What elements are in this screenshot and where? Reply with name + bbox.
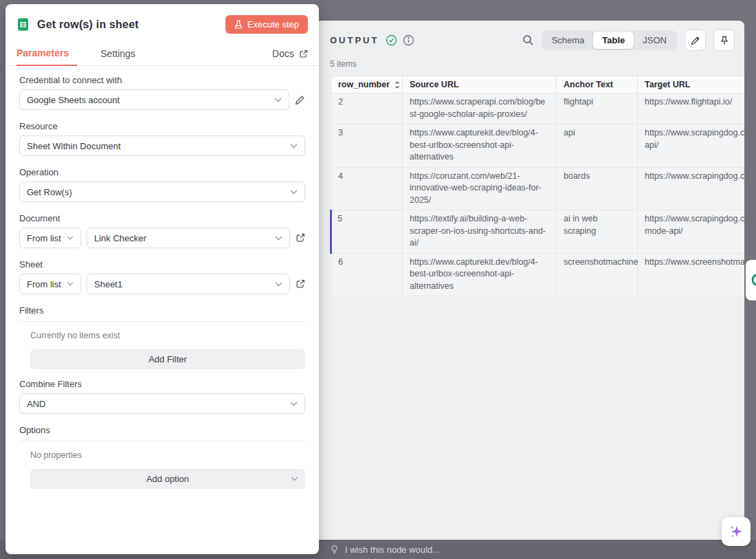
credential-label: Credential to connect with xyxy=(19,75,305,85)
chevron-down-icon xyxy=(290,402,298,406)
execute-step-button[interactable]: Execute step xyxy=(225,15,308,34)
wish-text: I wish this node would... xyxy=(345,545,440,555)
google-sheets-icon xyxy=(16,18,30,31)
table-row[interactable]: 4https://coruzant.com/web/21-innovative-… xyxy=(331,167,745,210)
resource-select[interactable]: Sheet Within Document xyxy=(19,135,305,156)
column-header-row-number: row_number xyxy=(331,76,403,94)
chevron-down-icon xyxy=(291,476,298,481)
view-switcher: SchemaTableJSON xyxy=(542,30,677,50)
view-tab-table[interactable]: Table xyxy=(593,32,634,49)
pin-data-button[interactable] xyxy=(713,30,735,51)
table-header-row: row_numberSource URLAnchor TextTarget UR… xyxy=(331,76,745,94)
chevron-down-icon xyxy=(275,282,282,287)
cell-row-number: 2 xyxy=(331,94,403,124)
chevron-down-icon xyxy=(290,190,298,195)
tab-parameters[interactable]: Parameters xyxy=(16,42,77,66)
output-panel: OUTPUT SchemaTableJSON xyxy=(316,21,744,540)
credential-select[interactable]: Google Sheets account xyxy=(19,89,289,110)
external-link-icon xyxy=(296,279,305,289)
info-icon[interactable] xyxy=(403,34,414,46)
tab-settings[interactable]: Settings xyxy=(100,43,135,65)
cell-anchor-text: boards xyxy=(557,167,638,210)
column-header-anchor-text: Anchor Text xyxy=(557,76,638,94)
node-detail-panel: Get row(s) in sheet Execute step Paramet… xyxy=(5,4,319,554)
node-icon xyxy=(748,272,756,287)
pencil-icon xyxy=(691,36,700,45)
edit-credential-icon[interactable] xyxy=(295,95,305,105)
cell-source-url: https://www.scraperapi.com/blog/best-goo… xyxy=(403,94,557,124)
open-document-icon[interactable] xyxy=(296,233,305,243)
cell-target-url: https://www.screenshotmachine.com/ xyxy=(638,253,745,296)
cell-source-url: https://textify.ai/building-a-web-scrape… xyxy=(403,210,557,254)
items-count: 5 items xyxy=(330,59,744,69)
ai-assistant-button[interactable] xyxy=(722,517,751,546)
cell-source-url: https://www.capturekit.dev/blog/4-best-u… xyxy=(403,124,557,168)
cell-target-url: https://www.scrapingdog.com/ xyxy=(638,167,745,210)
pin-icon xyxy=(720,36,729,45)
filters-section-label: Filters xyxy=(19,305,305,322)
options-section-label: Options xyxy=(19,425,305,441)
sheet-select[interactable]: Sheet1 xyxy=(87,274,290,294)
chevron-down-icon xyxy=(274,98,282,102)
column-header-source-url: Source URL xyxy=(403,76,557,94)
cell-row-number: 6 xyxy=(331,253,403,296)
cell-anchor-text: flightapi xyxy=(557,94,638,124)
cell-row-number: 5 xyxy=(331,210,403,254)
operation-label: Operation xyxy=(19,167,305,177)
document-select[interactable]: Link Checker xyxy=(87,228,290,248)
combine-filters-label: Combine Filters xyxy=(19,379,305,389)
resource-label: Resource xyxy=(19,121,305,131)
filters-empty-text: Currently no items exist xyxy=(30,331,305,340)
output-title: OUTPUT xyxy=(330,35,379,45)
table-row[interactable]: 3https://www.capturekit.dev/blog/4-best-… xyxy=(331,124,745,168)
external-link-icon xyxy=(299,50,308,58)
chevron-down-icon xyxy=(290,144,298,149)
view-tab-schema[interactable]: Schema xyxy=(543,32,594,49)
open-sheet-icon[interactable] xyxy=(296,279,305,289)
document-mode-select[interactable]: From list xyxy=(19,228,81,248)
pencil-icon xyxy=(295,95,305,105)
node-title: Get row(s) in sheet xyxy=(37,19,218,31)
operation-select[interactable]: Get Row(s) xyxy=(19,182,305,202)
cell-anchor-text: api xyxy=(557,124,638,168)
table-row[interactable]: 5https://textify.ai/building-a-web-scrap… xyxy=(331,210,745,254)
chevron-down-icon xyxy=(67,236,74,240)
cell-source-url: https://coruzant.com/web/21-innovative-w… xyxy=(403,167,557,210)
add-option-button[interactable]: Add option xyxy=(30,469,305,489)
sheet-label: Sheet xyxy=(19,259,305,270)
cell-anchor-text: ai in web scraping xyxy=(557,210,638,254)
edit-output-button[interactable] xyxy=(685,30,706,51)
output-header: OUTPUT SchemaTableJSON xyxy=(316,21,744,51)
combine-filters-select[interactable]: AND xyxy=(19,393,305,414)
options-empty-text: No properties xyxy=(30,450,305,460)
settings-tabs: Parameters Settings Docs xyxy=(5,42,319,66)
parameters-form: Credential to connect with Google Sheets… xyxy=(5,66,319,554)
output-table: row_numberSource URLAnchor TextTarget UR… xyxy=(330,76,744,296)
cell-row-number: 4 xyxy=(331,167,403,210)
sort-icon[interactable] xyxy=(394,81,401,89)
external-link-icon xyxy=(296,233,305,243)
table-row[interactable]: 2https://www.scraperapi.com/blog/best-go… xyxy=(331,94,745,124)
canvas-node-fragment[interactable] xyxy=(746,260,756,300)
lightbulb-icon xyxy=(330,545,339,555)
success-check-icon xyxy=(386,34,397,46)
cell-source-url: https://www.capturekit.dev/blog/4-best-u… xyxy=(403,253,557,296)
view-tab-json[interactable]: JSON xyxy=(634,32,676,49)
cell-row-number: 3 xyxy=(331,124,403,168)
table-row[interactable]: 6https://www.capturekit.dev/blog/4-best-… xyxy=(331,253,745,296)
chevron-down-icon xyxy=(275,236,282,241)
sheet-mode-select[interactable]: From list xyxy=(19,274,81,294)
docs-link[interactable]: Docs xyxy=(272,48,308,65)
add-filter-button[interactable]: Add Filter xyxy=(30,349,305,369)
document-label: Document xyxy=(19,213,305,223)
sparkles-icon xyxy=(728,523,744,540)
chevron-down-icon xyxy=(67,282,74,286)
cell-target-url: https://www.scrapingdog.com/api/ xyxy=(638,124,745,168)
search-icon[interactable] xyxy=(522,34,534,46)
output-table-wrap: row_numberSource URLAnchor TextTarget UR… xyxy=(330,76,744,296)
cell-target-url: https://www.scrapingdog.com/mode-api/ xyxy=(638,210,745,254)
flask-icon xyxy=(234,20,243,29)
cell-anchor-text: screenshotmachine xyxy=(557,253,638,296)
cell-target-url: https://www.flightapi.io/ xyxy=(638,94,745,124)
column-header-target-url: Target URL xyxy=(638,76,745,94)
